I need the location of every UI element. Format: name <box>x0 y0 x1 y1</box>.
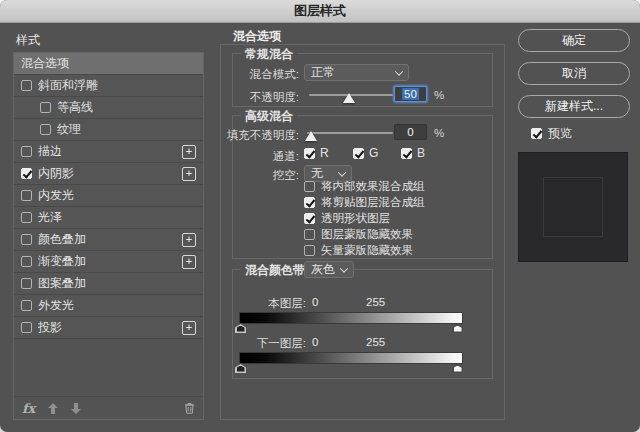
dialog-title: 图层样式 <box>294 2 346 20</box>
add-effect-icon[interactable]: + <box>182 167 196 181</box>
underlying-layer-label: 下一图层: <box>257 336 306 351</box>
fill-opacity-unit: % <box>434 127 444 139</box>
style-row[interactable]: 渐变叠加 + <box>14 251 203 273</box>
preview-checkbox[interactable] <box>531 128 542 139</box>
underlying-layer-gradient[interactable] <box>239 352 463 364</box>
style-checkbox[interactable] <box>21 234 32 245</box>
channel-checkbox-group[interactable]: B <box>401 146 425 160</box>
style-label: 颜色叠加 <box>38 231 86 248</box>
style-checkbox[interactable] <box>21 322 32 333</box>
this-layer-min: 0 <box>312 296 318 308</box>
style-row[interactable]: 内发光 <box>14 185 203 207</box>
blend-option-row[interactable]: 将内部效果混合成组 <box>304 178 425 194</box>
style-checkbox[interactable] <box>21 146 32 157</box>
knockout-label: 挖空: <box>273 168 299 183</box>
channel-checkbox[interactable] <box>353 148 364 159</box>
style-row[interactable]: 光泽 <box>14 207 203 229</box>
this-layer-gradient[interactable] <box>239 312 463 324</box>
style-checkbox[interactable] <box>40 102 51 113</box>
this-layer-black-thumb[interactable] <box>235 324 246 333</box>
opacity-slider-thumb[interactable] <box>343 93 355 103</box>
delete-style-icon[interactable] <box>184 402 195 414</box>
style-row[interactable]: 纹理 <box>14 119 203 141</box>
ok-button[interactable]: 确定 <box>518 29 630 52</box>
blend-option-label: 将内部效果混合成组 <box>321 179 425 194</box>
blend-option-checkbox[interactable] <box>304 181 315 192</box>
blend-option-row[interactable]: 矢量蒙版隐藏效果 <box>304 242 425 258</box>
channel-checkbox-group[interactable]: G <box>353 146 378 160</box>
opacity-field[interactable]: 50 <box>394 86 427 102</box>
add-effect-icon[interactable]: + <box>182 233 196 247</box>
blend-option-checkbox[interactable] <box>304 229 315 240</box>
blend-option-checkbox[interactable] <box>304 213 315 224</box>
preview-toggle[interactable]: 预览 <box>531 125 572 142</box>
style-label: 投影 <box>38 319 62 336</box>
move-up-icon[interactable] <box>48 403 58 414</box>
add-effect-icon[interactable]: + <box>182 321 196 335</box>
style-label: 纹理 <box>57 121 81 138</box>
style-checkbox[interactable] <box>21 278 32 289</box>
style-checkbox[interactable] <box>21 300 32 311</box>
style-row[interactable]: 投影 + <box>14 317 203 339</box>
fx-icon[interactable]: fx <box>22 401 35 416</box>
style-label: 混合选项 <box>21 55 69 72</box>
styles-list-panel: 混合选项 斜面和浮雕 等高线 纹理 描边 + 内阴影 + 内发光 光泽 颜色叠加… <box>13 52 204 420</box>
layer-style-dialog: 图层样式 样式 混合选项 斜面和浮雕 等高线 纹理 描边 + 内阴影 + 内发光… <box>0 0 640 432</box>
style-row[interactable]: 内阴影 + <box>14 163 203 185</box>
add-effect-icon[interactable]: + <box>182 255 196 269</box>
underlying-layer-white-thumb[interactable] <box>452 364 463 373</box>
blend-option-row[interactable]: 将剪贴图层混合成组 <box>304 194 425 210</box>
blend-mode-select[interactable]: 正常 <box>304 64 409 81</box>
this-layer-max: 255 <box>366 296 385 308</box>
general-blending-title: 常规混合 <box>241 46 297 63</box>
blend-option-row[interactable]: 图层蒙版隐藏效果 <box>304 226 425 242</box>
new-style-button[interactable]: 新建样式... <box>518 95 630 118</box>
blending-options-header: 混合选项 <box>233 28 281 45</box>
cancel-button[interactable]: 取消 <box>518 62 630 85</box>
style-label: 斜面和浮雕 <box>38 77 98 94</box>
blend-option-label: 图层蒙版隐藏效果 <box>321 227 413 242</box>
blend-option-checkbox[interactable] <box>304 245 315 256</box>
style-checkbox[interactable] <box>40 124 51 135</box>
style-checkbox[interactable] <box>21 168 32 179</box>
chevron-down-icon <box>338 168 346 176</box>
advanced-options-list: 将内部效果混合成组 将剪贴图层混合成组 透明形状图层 图层蒙版隐藏效果 矢量蒙版… <box>304 178 425 258</box>
style-row[interactable]: 等高线 <box>14 97 203 119</box>
channels-label: 通道: <box>273 149 299 164</box>
move-down-icon[interactable] <box>71 403 81 414</box>
style-row[interactable]: 颜色叠加 + <box>14 229 203 251</box>
style-checkbox[interactable] <box>21 212 32 223</box>
fill-opacity-field[interactable]: 0 <box>394 124 427 140</box>
channel-label: G <box>369 146 378 160</box>
opacity-slider[interactable] <box>309 94 393 96</box>
style-checkbox[interactable] <box>21 190 32 201</box>
blend-option-checkbox[interactable] <box>304 197 315 208</box>
this-layer-white-thumb[interactable] <box>452 324 463 333</box>
blend-if-group: 混合颜色带: 灰色 本图层: 0 255 下一图层: 0 255 <box>232 269 493 379</box>
style-row[interactable]: 斜面和浮雕 <box>14 75 203 97</box>
style-row[interactable]: 图案叠加 <box>14 273 203 295</box>
fill-opacity-slider[interactable] <box>307 132 393 134</box>
channel-checkbox[interactable] <box>401 148 412 159</box>
underlying-layer-black-thumb[interactable] <box>235 364 246 373</box>
styles-toolbar: fx <box>14 396 203 419</box>
blend-option-label: 矢量蒙版隐藏效果 <box>321 243 413 258</box>
blend-option-row[interactable]: 透明形状图层 <box>304 210 425 226</box>
blend-if-channel-select[interactable]: 灰色 <box>304 261 354 278</box>
opacity-label: 不透明度: <box>250 90 299 105</box>
style-checkbox[interactable] <box>21 256 32 267</box>
channel-checkbox-group[interactable]: R <box>304 146 329 160</box>
style-row[interactable]: 描边 + <box>14 141 203 163</box>
style-row[interactable]: 外发光 <box>14 295 203 317</box>
dialog-titlebar[interactable]: 图层样式 <box>0 0 640 23</box>
fill-opacity-label: 填充不透明度: <box>227 128 299 143</box>
style-label: 内发光 <box>38 187 74 204</box>
style-label: 等高线 <box>57 99 93 116</box>
channel-checkbox[interactable] <box>304 148 315 159</box>
fill-opacity-slider-thumb[interactable] <box>305 131 317 141</box>
style-checkbox[interactable] <box>21 80 32 91</box>
add-effect-icon[interactable]: + <box>182 145 196 159</box>
style-row[interactable]: 混合选项 <box>14 53 203 75</box>
channel-label: B <box>417 146 425 160</box>
style-label: 渐变叠加 <box>38 253 86 270</box>
